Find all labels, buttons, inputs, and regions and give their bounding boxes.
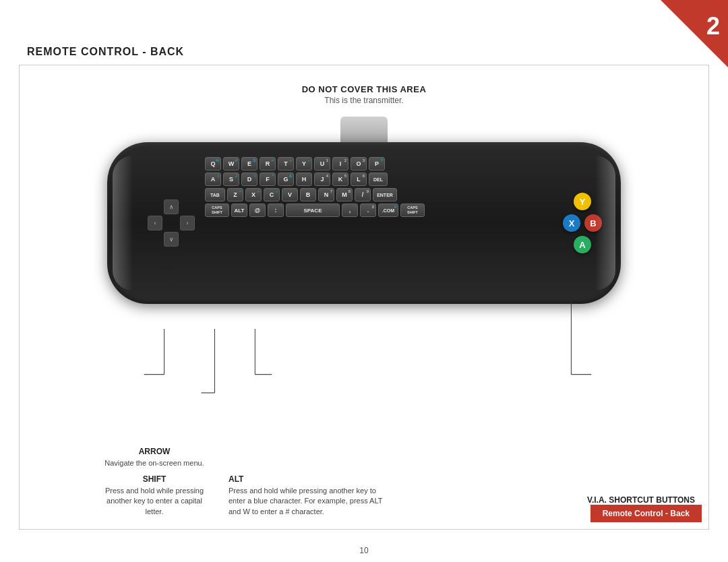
key-g[interactable]: G&	[278, 173, 294, 186]
key-enter[interactable]: ENTER	[373, 188, 397, 201]
alt-label-description: Press and hold while pressing another ke…	[229, 486, 390, 517]
main-content-box: DO NOT COVER THIS AREA This is the trans…	[19, 65, 709, 530]
keyboard-row-2: A( SJ D\ F* G& H J4 K5 L6 DEL	[205, 173, 560, 186]
page-heading: REMOTE CONTROL - BACK	[27, 46, 184, 58]
key-x[interactable]: X>	[245, 188, 262, 201]
via-buttons: Y X B A	[563, 193, 602, 253]
page-number: 10	[359, 546, 368, 555]
key-n[interactable]: N7	[318, 188, 334, 201]
key-t[interactable]: T+	[278, 157, 294, 170]
arrow-down-button[interactable]: ∨	[164, 232, 179, 247]
arrow-left-button[interactable]: ‹	[148, 216, 162, 230]
key-colon[interactable]: :'	[268, 204, 284, 217]
shift-label: SHIFT Press and hold while pressing anot…	[100, 474, 208, 517]
key-i[interactable]: I2	[332, 157, 348, 170]
key-f[interactable]: F*	[260, 173, 276, 186]
via-label-title: V.I.A. SHORTCUT BUTTONS	[560, 495, 695, 505]
arrow-label-description: Navigate the on-screen menu.	[100, 458, 208, 468]
bottom-right-label: Remote Control - Back	[590, 505, 702, 522]
keyboard-row-4: CAPSSHIFT ALT @ :' SPACE ,' .0 .COM# CAP…	[205, 204, 560, 217]
key-v[interactable]: V	[282, 188, 298, 201]
transmitter-description: This is the transmitter.	[302, 96, 427, 105]
key-s[interactable]: SJ	[223, 173, 239, 186]
key-a[interactable]: A(	[205, 173, 221, 186]
keyboard-row-1: Q% W# E$ R= T+ Y– U1 I2 O3 P?	[205, 157, 560, 170]
alt-label-title: ALT	[229, 474, 390, 484]
arrow-label-title: ARROW	[100, 447, 208, 456]
key-l[interactable]: L6	[351, 173, 367, 186]
alt-label: ALT Press and hold while pressing anothe…	[229, 474, 390, 517]
arrow-up-button[interactable]: ∧	[164, 199, 179, 214]
via-a-button[interactable]: A	[574, 236, 591, 253]
key-comma[interactable]: ,'	[342, 204, 358, 217]
key-space[interactable]: SPACE	[286, 204, 340, 217]
key-del[interactable]: DEL	[369, 173, 388, 186]
key-caps-left[interactable]: CAPSSHIFT	[205, 204, 229, 217]
key-slash[interactable]: /9	[355, 188, 371, 201]
transmitter-label: DO NOT COVER THIS AREA This is the trans…	[302, 84, 427, 105]
key-q[interactable]: Q%	[205, 157, 221, 170]
key-h[interactable]: H	[296, 173, 312, 186]
key-b[interactable]: B	[300, 188, 316, 201]
key-y[interactable]: Y–	[296, 157, 312, 170]
key-tab[interactable]: TAB	[205, 188, 225, 201]
key-p[interactable]: P?	[369, 157, 385, 170]
shift-label-description: Press and hold while pressing another ke…	[100, 486, 208, 517]
key-z[interactable]: Z<	[227, 188, 243, 201]
key-o[interactable]: O3	[351, 157, 367, 170]
chapter-number: 2	[706, 12, 720, 40]
keyboard-row-3: TAB Z< X> C– V B N7 M8 /9 ENTER	[205, 188, 560, 201]
key-at[interactable]: @	[249, 204, 266, 217]
key-alt[interactable]: ALT	[231, 204, 247, 217]
key-d[interactable]: D\	[241, 173, 257, 186]
arrow-pad: ∧ ∨ ‹ ›	[148, 199, 195, 247]
key-com[interactable]: .COM#	[378, 204, 398, 217]
key-m[interactable]: M8	[336, 188, 353, 201]
key-u[interactable]: U1	[314, 157, 330, 170]
arrow-label: ARROW Navigate the on-screen menu. SHIFT…	[100, 447, 208, 517]
key-dot[interactable]: .0	[360, 204, 376, 217]
via-y-button[interactable]: Y	[574, 193, 591, 210]
key-e[interactable]: E$	[241, 157, 257, 170]
key-j[interactable]: J4	[314, 173, 330, 186]
keyboard-area: Q% W# E$ R= T+ Y– U1 I2 O3 P? A( SJ D\ F…	[205, 157, 560, 292]
via-x-button[interactable]: X	[563, 214, 580, 232]
key-r[interactable]: R=	[260, 157, 276, 170]
key-caps-right[interactable]: CAPSSHIFT	[400, 204, 425, 217]
key-k[interactable]: K5	[332, 173, 348, 186]
via-b-button[interactable]: B	[584, 214, 602, 232]
key-w[interactable]: W#	[223, 157, 239, 170]
key-c[interactable]: C–	[264, 188, 280, 201]
transmitter-warning: DO NOT COVER THIS AREA	[302, 84, 427, 94]
shift-label-title: SHIFT	[100, 474, 208, 484]
remote-body: ∧ ∨ ‹ › Q% W# E$ R= T+ Y– U1 I2 O3 P? A(	[107, 142, 621, 304]
arrow-right-button[interactable]: ›	[180, 216, 195, 230]
